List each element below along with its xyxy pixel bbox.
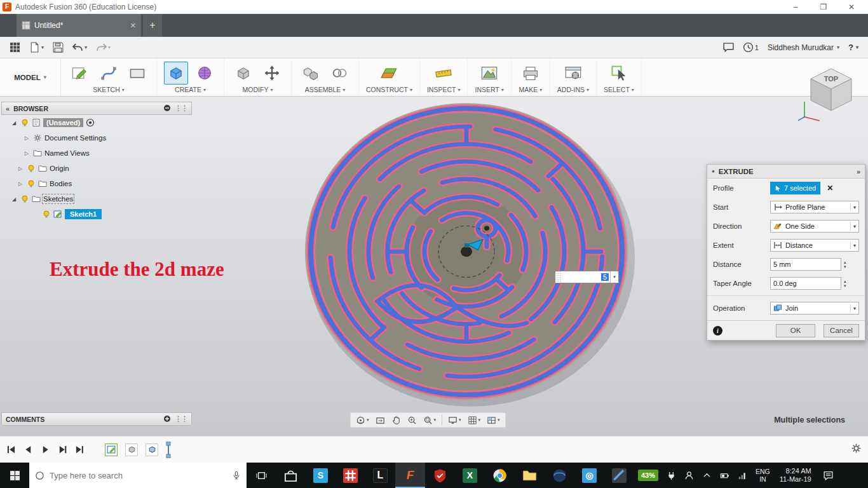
timeline-feature-3[interactable]: [146, 444, 158, 456]
file-menu-button[interactable]: ▾: [26, 39, 47, 56]
taskbar-app-line[interactable]: L: [365, 463, 395, 488]
action-center-button[interactable]: [817, 463, 841, 488]
tree-row-origin[interactable]: ▷ Origin: [1, 161, 192, 176]
document-target-icon[interactable]: [86, 118, 95, 127]
document-tab[interactable]: Untitled* ✕: [17, 14, 141, 37]
battery-saver-badge[interactable]: 43%: [638, 470, 658, 481]
cancel-button[interactable]: Cancel: [824, 324, 859, 337]
taskbar-app-file-explorer[interactable]: [515, 463, 545, 488]
select-tool-button[interactable]: [607, 62, 631, 85]
tree-item-label[interactable]: Document Settings: [44, 134, 106, 142]
tree-row-document[interactable]: ◢ (Unsaved): [1, 115, 192, 130]
form-tool-button[interactable]: [193, 62, 217, 85]
create-sketch-button[interactable]: [68, 62, 92, 85]
timeline-feature-2[interactable]: [125, 444, 138, 456]
visibility-bulb-icon[interactable]: [20, 194, 29, 203]
tree-row-bodies[interactable]: ▷ Bodies: [1, 176, 192, 191]
taskbar-app-excel[interactable]: X: [455, 463, 485, 488]
dialog-expand-icon[interactable]: »: [857, 168, 860, 175]
start-button[interactable]: [0, 463, 29, 488]
taskbar-app-fusion360[interactable]: F: [395, 463, 425, 488]
canvas-distance-input[interactable]: 5 ▾: [555, 271, 619, 283]
visibility-bulb-icon[interactable]: [42, 210, 51, 219]
spin-down-icon[interactable]: ▾: [844, 283, 846, 288]
tree-collapsed-icon[interactable]: ▷: [17, 166, 24, 172]
taskbar-app-red-grid[interactable]: [336, 463, 365, 488]
user-account-menu[interactable]: Siddhesh Murudkar ▾: [764, 39, 843, 56]
move-tool-button[interactable]: [260, 62, 284, 85]
ribbon-dropdown-modify[interactable]: MODIFY▾: [243, 86, 273, 93]
document-name[interactable]: (Unsaved): [43, 118, 83, 127]
help-menu-button[interactable]: ? ▾: [845, 39, 862, 56]
browser-panel-header[interactable]: « BROWSER ⋮⋮: [1, 102, 192, 115]
tree-item-label-selected[interactable]: Sketch1: [65, 209, 102, 219]
rectangle-tool-button[interactable]: [125, 62, 149, 85]
timeline-step-back-button[interactable]: [24, 445, 33, 454]
tree-expanded-icon[interactable]: ◢: [10, 120, 18, 126]
people-icon[interactable]: [680, 463, 698, 488]
minimize-button[interactable]: –: [782, 0, 810, 14]
panel-minus-icon[interactable]: [163, 104, 171, 113]
comments-panel-header[interactable]: COMMENTS ⋮⋮: [1, 412, 192, 426]
close-button[interactable]: ✕: [837, 0, 865, 14]
app-grid-menu-button[interactable]: [6, 39, 24, 56]
tree-row-document-settings[interactable]: ▷ Document Settings: [1, 130, 192, 146]
visibility-bulb-icon[interactable]: [27, 179, 36, 188]
tree-item-label[interactable]: Sketches: [43, 195, 73, 203]
job-status-button[interactable]: 1: [740, 39, 762, 56]
insert-image-button[interactable]: [477, 62, 501, 85]
direction-select[interactable]: One Side ▾: [770, 220, 859, 233]
taskbar-search-box[interactable]: [29, 463, 247, 488]
ribbon-dropdown-inspect[interactable]: INSPECT▾: [427, 86, 461, 93]
construct-plane-button[interactable]: [377, 62, 401, 85]
tree-expanded-icon[interactable]: ◢: [10, 196, 18, 202]
comment-feedback-button[interactable]: [720, 39, 737, 56]
tree-item-label[interactable]: Named Views: [44, 149, 90, 157]
timeline-sketch-feature[interactable]: [105, 444, 118, 456]
taskbar-app-blue[interactable]: ◎: [574, 463, 604, 488]
panel-grip-handle[interactable]: ⋮⋮: [175, 415, 187, 423]
timeline-play-button[interactable]: [41, 445, 50, 454]
extent-select[interactable]: Distance ▾: [770, 239, 859, 252]
tree-collapsed-icon[interactable]: ▷: [17, 181, 24, 187]
timeline-settings-button[interactable]: [851, 443, 862, 456]
timeline-go-start-button[interactable]: [6, 445, 16, 454]
maximize-button[interactable]: ❐: [810, 0, 837, 14]
distance-dropdown-icon[interactable]: ▾: [610, 271, 618, 283]
scripts-addins-button[interactable]: [561, 62, 585, 85]
tree-row-sketches[interactable]: ◢ Sketches: [1, 191, 192, 207]
ribbon-dropdown-sketch[interactable]: SKETCH▾: [93, 86, 125, 93]
tray-expand-icon[interactable]: [698, 463, 715, 488]
tree-collapsed-icon[interactable]: ▷: [23, 135, 31, 141]
ribbon-dropdown-construct[interactable]: CONSTRUCT▾: [366, 86, 412, 93]
tree-item-label[interactable]: Bodies: [50, 180, 72, 187]
taper-field[interactable]: 0.0 deg: [770, 277, 841, 290]
measure-tool-button[interactable]: [431, 62, 456, 85]
operation-select[interactable]: Join ▾: [770, 302, 859, 315]
visibility-bulb-icon[interactable]: [27, 164, 36, 173]
taskbar-app-sphere[interactable]: [545, 463, 574, 488]
taskbar-app-store[interactable]: [276, 463, 306, 488]
viewports-button[interactable]: ▾: [484, 413, 503, 427]
taskbar-app-skype[interactable]: S: [306, 463, 336, 488]
new-tab-button[interactable]: +: [143, 14, 162, 37]
info-icon[interactable]: i: [713, 326, 722, 336]
extrude-tool-button[interactable]: [164, 62, 188, 85]
make-3d-print-button[interactable]: [519, 62, 543, 85]
ribbon-dropdown-assemble[interactable]: ASSEMBLE▾: [305, 86, 346, 93]
ok-button[interactable]: OK: [776, 324, 815, 337]
clear-selection-icon[interactable]: ✕: [827, 184, 833, 193]
timeline-go-end-button[interactable]: [75, 445, 85, 454]
language-indicator[interactable]: ENG IN: [751, 463, 775, 488]
press-pull-button[interactable]: [231, 62, 255, 85]
taskbar-app-chrome[interactable]: [485, 463, 515, 488]
extrude-dialog-header[interactable]: ● EXTRUDE »: [707, 165, 865, 179]
ribbon-dropdown-addins[interactable]: ADD-INS▾: [557, 86, 589, 93]
spin-up-icon[interactable]: ▴: [844, 260, 846, 264]
taskbar-app-dark[interactable]: [604, 463, 634, 488]
pan-button[interactable]: [389, 413, 403, 427]
power-plug-icon[interactable]: [662, 463, 680, 488]
timeline-playhead[interactable]: [166, 442, 170, 458]
tree-collapsed-icon[interactable]: ▷: [23, 151, 31, 156]
ribbon-dropdown-create[interactable]: CREATE▾: [175, 86, 206, 93]
